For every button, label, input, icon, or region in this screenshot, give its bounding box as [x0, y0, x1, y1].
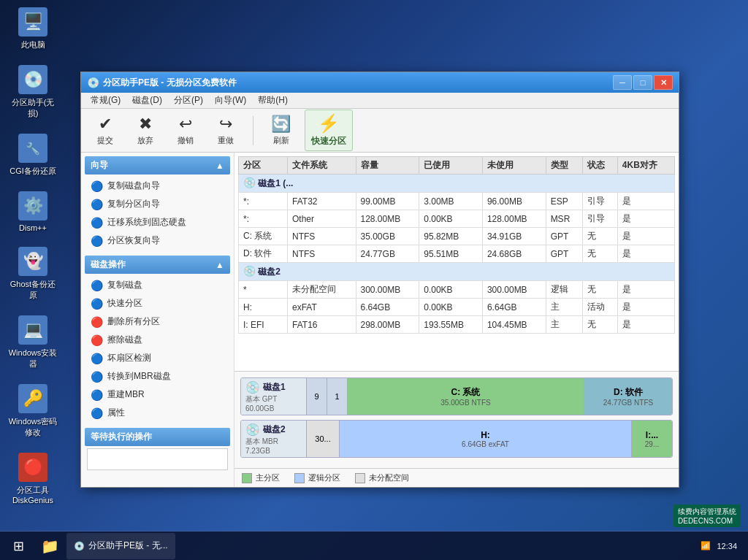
cell-status: 活动 — [583, 299, 617, 316]
table-row[interactable]: I: EFI FAT16 298.00MB 193.55MB 104.45MB … — [239, 316, 675, 334]
partition-table-area[interactable]: 分区 文件系统 容量 已使用 未使用 类型 状态 4KB对齐 — [234, 153, 679, 371]
sidebar-item-quick-part[interactable]: 🔵 快速分区 — [85, 294, 230, 312]
menu-disk[interactable]: 磁盘(D) — [126, 93, 168, 108]
sidebar-item-partition-recovery[interactable]: 🔵 分区恢复向导 — [85, 231, 230, 250]
sidebar-item-delete-all[interactable]: 🔴 删除所有分区 — [85, 312, 230, 331]
vis-partition-d[interactable]: D: 软件 24.77GB NTFS — [584, 378, 672, 415]
table-row[interactable]: *: FAT32 99.00MB 3.00MB 96.00MB ESP 引导 是 — [239, 193, 675, 210]
cell-used: 95.51MB — [419, 245, 483, 263]
discard-button[interactable]: ✖ 放弃 — [129, 112, 161, 149]
wizard-collapse-icon: ▲ — [215, 161, 224, 171]
table-row[interactable]: * 未分配空间 300.00MB 0.00KB 300.00MB 逻辑 无 是 — [239, 281, 675, 299]
sidebar-item-rebuild-mbr[interactable]: 🔵 重建MBR — [85, 386, 230, 404]
convert-mbr-icon: 🔵 — [91, 371, 103, 383]
menu-wizard[interactable]: 向导(W) — [209, 93, 252, 108]
vis-partition-c[interactable]: C: 系统 35.00GB NTFS — [348, 378, 584, 415]
cell-status: 引导 — [583, 210, 617, 228]
minimize-button[interactable]: ─ — [613, 75, 632, 90]
disk-ops-section-header[interactable]: 磁盘操作 ▲ — [85, 256, 230, 274]
main-panel: 分区 文件系统 容量 已使用 未使用 类型 状态 4KB对齐 — [234, 153, 679, 487]
sidebar-item-properties[interactable]: 🔵 属性 — [85, 404, 230, 422]
undo-button[interactable]: ↩ 撤销 — [169, 112, 202, 149]
migrate-ssd-icon: 🔵 — [91, 217, 103, 229]
disk2-header-cell: 💿 磁盘2 — [239, 263, 675, 281]
d-drive-visual-size: 24.77GB NTFS — [603, 399, 653, 407]
menu-normal[interactable]: 常规(G) — [85, 93, 126, 108]
icon-dism[interactable]: ⚙️ Dism++ — [7, 191, 58, 232]
rebuild-mbr-icon: 🔵 — [91, 389, 103, 401]
icon-password[interactable]: 🔑 Windows密码修改 — [7, 384, 58, 438]
cell-fs: FAT32 — [288, 193, 356, 210]
cell-partition: * — [239, 281, 288, 299]
disk2-header-row[interactable]: 💿 磁盘2 — [239, 263, 675, 281]
taskbar-tray: 📶 12:34 — [701, 541, 744, 551]
icon-this-pc[interactable]: 🖥️ 此电脑 — [7, 7, 58, 50]
icon-ghost[interactable]: 👻 Ghost备份还原 — [7, 247, 58, 301]
disk2-visual-row: 💿 磁盘2 基本 MBR 7.23GB 30... H: — [240, 420, 673, 458]
refresh-button[interactable]: 🔄 刷新 — [264, 112, 297, 149]
col-unused: 未使用 — [482, 157, 546, 174]
sidebar-item-convert-mbr[interactable]: 🔵 转换到MBR磁盘 — [85, 367, 230, 386]
maximize-button[interactable]: □ — [633, 75, 652, 90]
vis-partition-i[interactable]: I:... 29... — [632, 421, 672, 457]
vis-partition-unalloc[interactable]: 30... — [307, 421, 340, 457]
table-row[interactable]: *: Other 128.00MB 0.00KB 128.00MB MSR 引导… — [239, 210, 675, 228]
refresh-label: 刷新 — [273, 135, 289, 146]
legend-primary-color — [242, 473, 252, 483]
legend-unallocated: 未分配空间 — [355, 472, 409, 483]
cell-fs: NTFS — [288, 245, 356, 263]
disk1-header-row[interactable]: 💿 磁盘1 (... — [239, 174, 675, 193]
this-pc-icon: 🖥️ — [18, 7, 47, 37]
pending-section-header[interactable]: 等待执行的操作 — [85, 428, 230, 446]
sidebar-item-copy-disk2[interactable]: 🔵 复制磁盘 — [85, 276, 230, 294]
cell-used: 0.00KB — [419, 210, 483, 228]
undo-label: 撤销 — [178, 135, 194, 146]
cell-unused: 104.45MB — [482, 316, 546, 334]
close-button[interactable]: ✕ — [654, 75, 673, 90]
cell-used: 3.00MB — [419, 193, 483, 210]
table-row[interactable]: C: 系统 NTFS 35.00GB 95.82MB 34.91GB GPT 无… — [239, 228, 675, 245]
sidebar-item-wipe-disk[interactable]: 🔴 擦除磁盘 — [85, 331, 230, 349]
menu-partition[interactable]: 分区(P) — [168, 93, 209, 108]
sidebar-item-migrate-ssd[interactable]: 🔵 迁移系统到固态硬盘 — [85, 213, 230, 231]
cell-capacity: 6.64GB — [356, 299, 419, 316]
icon-cgi-backup[interactable]: 🔧 CGI备份还原 — [7, 134, 58, 177]
icon-diskgenius[interactable]: 🔴 分区工具DiskGenius — [7, 453, 58, 505]
wizard-section-header[interactable]: 向导 ▲ — [85, 156, 230, 174]
submit-button[interactable]: ✔ 提交 — [88, 112, 121, 149]
quick-partition-button[interactable]: ⚡ 快速分区 — [305, 110, 353, 151]
table-row[interactable]: D: 软件 NTFS 24.77GB 95.51MB 24.68GB GPT 无… — [239, 245, 675, 263]
col-type: 类型 — [546, 157, 583, 174]
discard-label: 放弃 — [137, 135, 153, 146]
cell-used: 95.82MB — [419, 228, 483, 245]
legend-logical-label: 逻辑分区 — [308, 472, 340, 483]
copy-partition-label: 复制分区向导 — [107, 198, 160, 210]
vis-partition-small1[interactable]: 9 — [307, 378, 327, 415]
partition-recovery-icon: 🔵 — [91, 235, 103, 247]
taskbar-app-item[interactable]: 💿 分区助手PE版 - 无... — [66, 533, 175, 559]
redo-button[interactable]: ↪ 重做 — [209, 112, 242, 149]
menu-help[interactable]: 帮助(H) — [252, 93, 294, 108]
icon-windows-installer[interactable]: 💻 Windows安装器 — [7, 315, 58, 369]
sidebar-item-copy-partition[interactable]: 🔵 复制分区向导 — [85, 195, 230, 213]
disk1-visual-row: 💿 磁盘1 基本 GPT 60.00GB 9 1 — [240, 377, 673, 415]
cell-status: 无 — [583, 245, 617, 263]
vis-partition-h[interactable]: H: 6.64GB exFAT — [340, 421, 632, 457]
sidebar-item-copy-disk[interactable]: 🔵 复制磁盘向导 — [85, 177, 230, 195]
delete-all-icon: 🔴 — [91, 316, 103, 328]
table-row[interactable]: H: exFAT 6.64GB 0.00KB 6.64GB 主 活动 是 — [239, 299, 675, 316]
this-pc-label: 此电脑 — [21, 39, 45, 50]
col-fs: 文件系统 — [288, 157, 356, 174]
sidebar-item-bad-sector[interactable]: 🔵 坏扇区检测 — [85, 349, 230, 367]
explorer-button[interactable]: 📁 — [37, 533, 63, 559]
icon-partition-assistant[interactable]: 💿 分区助手(无损) — [7, 65, 58, 119]
start-button[interactable]: ⊞ — [4, 533, 33, 559]
cell-align: 是 — [617, 281, 674, 299]
cell-unused: 300.00MB — [482, 281, 546, 299]
vis-partition-small2[interactable]: 1 — [327, 378, 348, 415]
cell-partition: *: — [239, 210, 288, 228]
windows-installer-icon: 💻 — [18, 315, 47, 345]
watermark: 续费内容管理系统DEDECNS.COM — [673, 505, 741, 527]
cell-partition: C: 系统 — [239, 228, 288, 245]
undo-icon: ↩ — [179, 115, 192, 134]
